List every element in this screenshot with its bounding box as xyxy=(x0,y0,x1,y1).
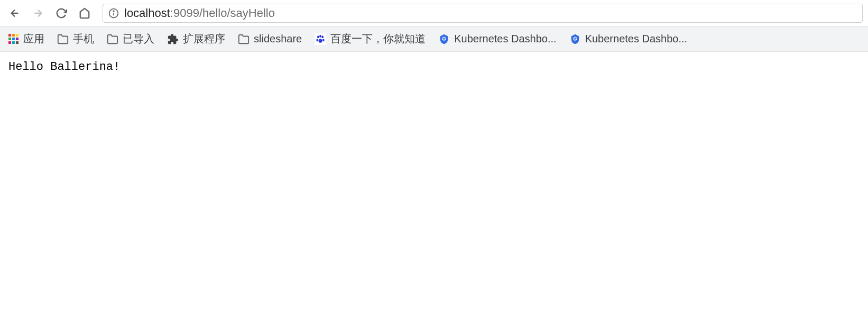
back-button[interactable] xyxy=(5,4,24,23)
browser-toolbar: localhost:9099/hello/sayHello xyxy=(0,0,868,26)
bookmark-kubernetes-1[interactable]: Kubernetes Dashbo... xyxy=(438,33,556,45)
bookmark-label: slideshare xyxy=(254,33,302,45)
svg-point-7 xyxy=(322,39,325,41)
svg-point-3 xyxy=(317,35,319,38)
extension-icon xyxy=(167,33,179,45)
url-host: localhost xyxy=(124,6,170,20)
folder-icon xyxy=(57,33,69,45)
home-button[interactable] xyxy=(75,4,94,23)
bookmark-label: 百度一下，你就知道 xyxy=(330,32,426,46)
kubernetes-icon xyxy=(569,33,581,45)
bookmark-label: 扩展程序 xyxy=(183,32,225,46)
bookmark-folder-phone[interactable]: 手机 xyxy=(57,32,94,46)
bookmark-label: 已导入 xyxy=(123,32,154,46)
arrow-left-icon xyxy=(9,7,21,19)
svg-point-6 xyxy=(317,39,319,41)
bookmark-baidu[interactable]: 百度一下，你就知道 xyxy=(315,32,426,46)
bookmark-label: 应用 xyxy=(23,32,44,46)
svg-point-5 xyxy=(322,35,324,38)
baidu-icon xyxy=(315,33,326,45)
folder-icon xyxy=(107,33,118,45)
bookmarks-bar: 应用 手机 已导入 扩展程序 slideshar xyxy=(0,26,868,52)
arrow-right-icon xyxy=(32,7,44,19)
reload-button[interactable] xyxy=(52,4,71,23)
svg-point-4 xyxy=(319,34,321,37)
bookmark-folder-slideshare[interactable]: slideshare xyxy=(238,33,302,45)
bookmark-folder-imported[interactable]: 已导入 xyxy=(107,32,154,46)
folder-icon xyxy=(238,33,250,45)
bookmark-label: 手机 xyxy=(73,32,94,46)
home-icon xyxy=(79,7,90,19)
bookmark-extensions[interactable]: 扩展程序 xyxy=(167,32,225,46)
url-path: :9099/hello/sayHello xyxy=(170,6,275,20)
kubernetes-icon xyxy=(438,33,450,45)
bookmark-kubernetes-2[interactable]: Kubernetes Dashbo... xyxy=(569,33,687,45)
reload-icon xyxy=(56,7,67,19)
site-info-icon[interactable] xyxy=(108,8,119,19)
address-bar[interactable]: localhost:9099/hello/sayHello xyxy=(103,4,863,23)
bookmark-label: Kubernetes Dashbo... xyxy=(585,33,687,45)
forward-button[interactable] xyxy=(29,4,48,23)
apps-icon xyxy=(7,33,19,45)
page-content: Hello Ballerina! xyxy=(0,52,868,82)
svg-point-2 xyxy=(113,11,114,12)
bookmark-label: Kubernetes Dashbo... xyxy=(454,33,556,45)
body-text: Hello Ballerina! xyxy=(8,60,120,74)
bookmark-apps[interactable]: 应用 xyxy=(7,32,44,46)
